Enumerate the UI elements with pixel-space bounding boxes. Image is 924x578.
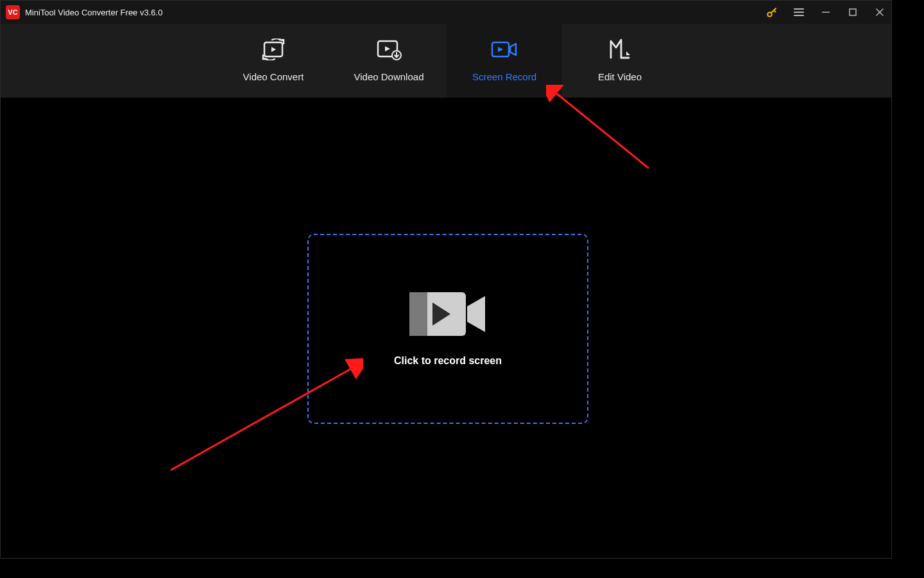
key-icon[interactable] [766,6,778,19]
main-area: Click to record screen [1,98,891,558]
svg-line-22 [554,91,649,168]
svg-rect-7 [850,9,856,15]
svg-line-2 [774,10,776,12]
record-icon [490,39,518,60]
edit-icon [607,39,633,60]
tab-label: Screen Record [472,71,536,82]
app-logo-icon: VC [6,5,20,19]
camcorder-icon [409,291,486,337]
tab-label: Video Convert [243,71,304,82]
tab-video-download[interactable]: Video Download [331,24,447,98]
record-drop-area[interactable]: Click to record screen [307,234,588,424]
annotation-arrow-top [546,85,655,200]
svg-marker-17 [498,47,503,52]
svg-marker-18 [626,51,630,55]
titlebar-left: VC MiniTool Video Converter Free v3.6.0 [6,5,162,19]
svg-marker-11 [271,47,276,52]
tab-label: Video Download [354,71,424,82]
record-prompt-text: Click to record screen [394,355,502,367]
main-tabs: Video Convert Video Download [1,24,891,98]
download-icon [375,39,402,60]
app-title: MiniTool Video Converter Free v3.6.0 [25,8,162,17]
convert-icon [261,39,286,60]
titlebar-right [766,6,886,19]
svg-marker-13 [385,46,390,51]
svg-rect-20 [409,292,427,336]
close-button[interactable] [873,6,886,19]
maximize-button[interactable] [846,6,859,19]
minimize-button[interactable] [819,6,832,19]
tab-video-convert[interactable]: Video Convert [216,24,331,98]
app-window: VC MiniTool Video Converter Free v3.6.0 [0,0,892,559]
menu-icon[interactable] [792,6,805,19]
tab-label: Edit Video [598,71,642,82]
tab-screen-record[interactable]: Screen Record [447,24,562,98]
titlebar: VC MiniTool Video Converter Free v3.6.0 [1,1,891,24]
tab-edit-video[interactable]: Edit Video [562,24,678,98]
tabs-spacer [1,24,216,98]
